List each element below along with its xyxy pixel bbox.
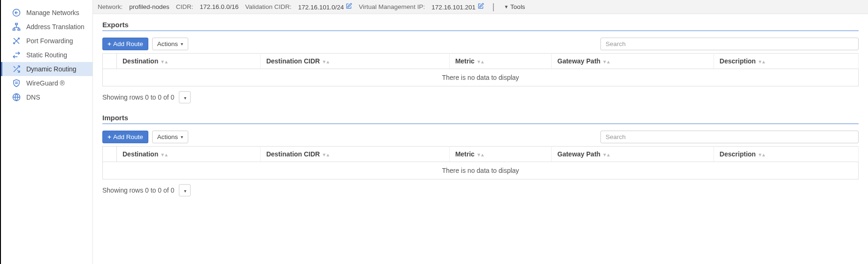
- import-search-input[interactable]: [600, 131, 859, 143]
- sort-icon: ▼▲: [322, 59, 329, 64]
- network-value: profiled-nodes: [129, 3, 169, 10]
- sort-icon: ▼▲: [160, 152, 168, 157]
- column-destination-cidr[interactable]: Destination CIDR▼▲: [261, 147, 450, 162]
- sort-icon: ▼▲: [322, 152, 329, 157]
- add-export-route-button[interactable]: + Add Route: [102, 38, 148, 50]
- column-gateway-path[interactable]: Gateway Path▼▲: [552, 147, 714, 162]
- swap-arrows-icon: [12, 51, 21, 59]
- sort-icon: ▼▲: [160, 59, 168, 64]
- shuffle-icon: [12, 65, 21, 73]
- column-select[interactable]: [103, 54, 117, 69]
- validation-cidr-value: 172.16.101.0/24: [298, 4, 344, 11]
- exports-table-footer: Showing rows 0 to 0 of 0: [102, 93, 174, 101]
- tools-dropdown[interactable]: ▼ Tools: [503, 3, 525, 10]
- column-destination[interactable]: Destination▼▲: [117, 147, 261, 162]
- svg-rect-3: [13, 29, 15, 31]
- globe-icon: [12, 93, 21, 101]
- sidebar-item-label: Manage Networks: [26, 9, 79, 16]
- vmip-label: Virtual Management IP:: [359, 3, 425, 10]
- sort-icon: ▼▲: [476, 59, 484, 64]
- network-label: Network:: [98, 3, 123, 10]
- cidr-label: CIDR:: [176, 3, 193, 10]
- sort-icon: ▼▲: [602, 152, 610, 157]
- column-metric[interactable]: Metric▼▲: [449, 54, 552, 69]
- svg-rect-2: [15, 23, 18, 25]
- vmip-value: 172.16.101.201: [431, 4, 476, 11]
- cross-arrows-icon: [12, 37, 21, 45]
- caret-down-icon: ▾: [181, 41, 183, 47]
- edit-vmip-icon[interactable]: [477, 4, 484, 11]
- sidebar-item-label: DNS: [26, 93, 40, 101]
- sort-icon: ▼▲: [758, 152, 765, 157]
- exports-table: Destination▼▲ Destination CIDR▼▲ Metric▼…: [102, 53, 859, 86]
- sidebar-item-label: Address Translation: [26, 23, 84, 31]
- exports-page-size-dropdown[interactable]: ▾: [179, 91, 191, 103]
- caret-down-icon: ▾: [184, 188, 186, 194]
- separator: |: [491, 2, 497, 12]
- infobar: Network: profiled-nodes CIDR: 172.16.0.0…: [93, 0, 868, 14]
- exports-section: Exports + Add Route Actions▾: [102, 21, 859, 103]
- caret-down-icon: ▾: [181, 134, 183, 140]
- section-title-imports: Imports: [102, 114, 859, 124]
- add-import-route-button[interactable]: + Add Route: [102, 131, 148, 143]
- imports-section: Imports + Add Route Actions▾: [102, 114, 859, 196]
- column-destination-cidr[interactable]: Destination CIDR▼▲: [261, 54, 450, 69]
- arrow-left-circle-icon: [12, 8, 21, 17]
- sidebar-item-label: WireGuard ®: [26, 79, 65, 87]
- column-gateway-path[interactable]: Gateway Path▼▲: [552, 54, 714, 69]
- network-tree-icon: [12, 23, 21, 31]
- svg-line-16: [14, 66, 15, 68]
- sidebar: Manage Networks Address Translation Port…: [1, 0, 93, 264]
- sort-icon: ▼▲: [602, 59, 610, 64]
- validation-cidr-label: Validation CIDR:: [245, 3, 292, 10]
- sort-icon: ▼▲: [476, 152, 484, 157]
- sidebar-item-static-routing[interactable]: Static Routing: [1, 48, 92, 62]
- sidebar-item-port-forwarding[interactable]: Port Forwarding: [1, 34, 92, 48]
- imports-table-footer: Showing rows 0 to 0 of 0: [102, 186, 174, 194]
- column-select[interactable]: [103, 147, 117, 162]
- section-title-exports: Exports: [102, 21, 859, 31]
- table-empty-message: There is no data to display: [103, 69, 859, 86]
- sidebar-item-label: Dynamic Routing: [26, 65, 77, 73]
- import-actions-dropdown[interactable]: Actions▾: [152, 131, 188, 143]
- column-destination[interactable]: Destination▼▲: [117, 54, 261, 69]
- export-search-input[interactable]: [600, 38, 859, 50]
- sidebar-item-dynamic-routing[interactable]: Dynamic Routing: [1, 62, 92, 76]
- caret-down-icon: ▾: [184, 95, 186, 101]
- sidebar-item-address-translation[interactable]: Address Translation: [1, 20, 92, 34]
- export-actions-dropdown[interactable]: Actions▾: [152, 38, 188, 50]
- svg-rect-4: [18, 29, 20, 31]
- column-metric[interactable]: Metric▼▲: [449, 147, 552, 162]
- column-description[interactable]: Description▼▲: [714, 147, 858, 162]
- main-content: Network: profiled-nodes CIDR: 172.16.0.0…: [93, 0, 868, 264]
- plus-icon: +: [108, 133, 111, 140]
- imports-table: Destination▼▲ Destination CIDR▼▲ Metric▼…: [102, 146, 859, 179]
- sidebar-item-label: Port Forwarding: [26, 37, 73, 45]
- imports-page-size-dropdown[interactable]: ▾: [179, 184, 191, 196]
- sidebar-item-dns[interactable]: DNS: [1, 90, 92, 104]
- edit-validation-cidr-icon[interactable]: [346, 4, 352, 11]
- sidebar-item-label: Static Routing: [26, 51, 67, 59]
- caret-down-icon: ▼: [504, 4, 508, 9]
- sidebar-item-wireguard[interactable]: WireGuard ®: [1, 76, 92, 90]
- table-empty-message: There is no data to display: [103, 162, 859, 179]
- cidr-value: 172.16.0.0/16: [200, 3, 239, 10]
- sidebar-item-manage-networks[interactable]: Manage Networks: [1, 6, 92, 20]
- shield-icon: [12, 79, 21, 87]
- column-description[interactable]: Description▼▲: [714, 54, 858, 69]
- sort-icon: ▼▲: [758, 59, 765, 64]
- plus-icon: +: [108, 40, 111, 47]
